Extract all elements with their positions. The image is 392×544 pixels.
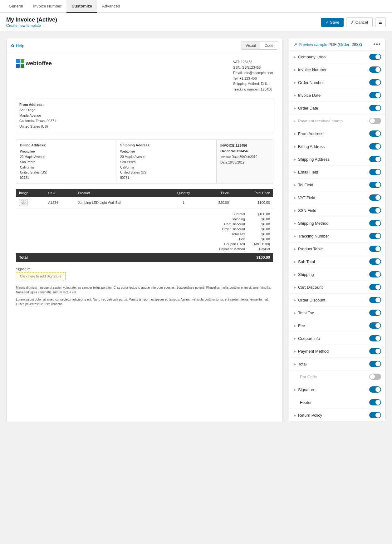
- settings-left-cart-discount: ▶ Cart Discount: [294, 285, 323, 290]
- settings-panel-inner: ↗ Preview sample PDF (Order: 2883) ••• ▶…: [289, 38, 386, 422]
- toggle-invoice-number[interactable]: [369, 66, 381, 73]
- expand-arrow-company-logo[interactable]: ▶: [294, 55, 296, 59]
- toggle-cart-discount[interactable]: [369, 284, 381, 290]
- toggle-from-address[interactable]: [369, 130, 381, 137]
- toggle-fee[interactable]: [369, 322, 381, 329]
- toggle-coupon-info[interactable]: [369, 335, 381, 341]
- col-quantity: Quantity: [166, 189, 201, 197]
- toggle-payment-method[interactable]: [369, 348, 381, 354]
- more-options-button[interactable]: •••: [373, 42, 381, 47]
- settings-label-from-address: From Address: [298, 131, 323, 136]
- cancel-button[interactable]: ✗ Cancel: [346, 17, 373, 27]
- expand-arrow-from-address[interactable]: ▶: [294, 132, 296, 135]
- settings-item-payment-method: ▶ Payment Method: [289, 345, 385, 358]
- visual-button[interactable]: Visual: [241, 42, 260, 49]
- logo-sq-blue2: [16, 64, 20, 68]
- toggle-total[interactable]: [369, 361, 381, 367]
- toggle-shipping[interactable]: [369, 271, 381, 277]
- settings-left-shipping-address: ▶ Shipping Address: [294, 157, 330, 162]
- col-image: Image: [16, 189, 45, 197]
- toggle-sub-total[interactable]: [369, 258, 381, 265]
- expand-arrow-invoice-number[interactable]: ▶: [294, 68, 296, 71]
- expand-arrow-email-field[interactable]: ▶: [294, 170, 296, 174]
- expand-arrow-ssn-field[interactable]: ▶: [294, 209, 296, 212]
- expand-arrow-total[interactable]: ▶: [294, 362, 296, 366]
- billing-state: California: [20, 165, 112, 170]
- toggle-company-logo[interactable]: [369, 54, 381, 60]
- from-address-label: From Address:: [19, 103, 44, 106]
- invoice-info-block: INVOICE:123456 Order No:123456 Invoice D…: [217, 140, 273, 184]
- settings-item-order-date: ▶ Order Date: [289, 102, 385, 115]
- settings-item-shipping-address: ▶ Shipping Address: [289, 153, 385, 166]
- expand-arrow-order-number[interactable]: ▶: [294, 81, 296, 84]
- toggle-invoice-date[interactable]: [369, 92, 381, 98]
- expand-arrow-cart-discount[interactable]: ▶: [294, 286, 296, 289]
- settings-left-tel-field: ▶ Tel Field: [294, 183, 313, 187]
- toggle-billing-address[interactable]: [369, 143, 381, 149]
- toggle-order-discount[interactable]: [369, 297, 381, 303]
- expand-arrow-order-discount[interactable]: ▶: [294, 298, 296, 302]
- toggle-bar-code[interactable]: [369, 374, 381, 380]
- toggle-ssn-field[interactable]: [369, 207, 381, 213]
- toggle-vat-field[interactable]: [369, 194, 381, 201]
- preview-pdf-link[interactable]: ↗ Preview sample PDF (Order: 2883): [294, 42, 362, 47]
- expand-arrow-shipping-address[interactable]: ▶: [294, 158, 296, 161]
- toggle-signature[interactable]: [369, 386, 381, 393]
- tab-general[interactable]: General: [4, 0, 28, 13]
- expand-arrow-sub-total[interactable]: ▶: [294, 260, 296, 263]
- expand-arrow-return-policy[interactable]: ▶: [294, 414, 296, 417]
- expand-arrow-total-tax[interactable]: ▶: [294, 311, 296, 315]
- toggle-tel-field[interactable]: [369, 182, 381, 188]
- create-template-link[interactable]: Create new template: [6, 23, 41, 28]
- expand-arrow-shipping-method[interactable]: ▶: [294, 222, 296, 225]
- settings-item-sub-total: ▶ Sub Total: [289, 255, 385, 268]
- expand-arrow-fee[interactable]: ▶: [294, 324, 296, 327]
- invoice-date-display: Invoice Date:30/Oct/2019: [220, 154, 269, 160]
- toggle-product-table[interactable]: [369, 246, 381, 252]
- code-button[interactable]: Code: [260, 42, 278, 49]
- tab-advanced[interactable]: Advanced: [97, 0, 125, 13]
- billing-zip: 90731: [20, 175, 112, 180]
- signature-button[interactable]: Click here to add Signature: [16, 272, 66, 280]
- settings-label-shipping-method: Shipping Method: [298, 221, 329, 226]
- signature-section: Signature Click here to add Signature: [16, 267, 273, 280]
- toggle-return-policy[interactable]: [369, 412, 381, 418]
- expand-arrow-billing-address[interactable]: ▶: [294, 145, 296, 148]
- expand-arrow-product-table[interactable]: ▶: [294, 247, 296, 251]
- toggle-order-number[interactable]: [369, 79, 381, 86]
- billing-city: San Pedro: [20, 159, 112, 165]
- toggle-footer[interactable]: [369, 399, 381, 405]
- expand-arrow-payment-method[interactable]: ▶: [294, 350, 296, 353]
- from-address-line4: United States (US): [19, 125, 48, 128]
- toggle-shipping-address[interactable]: [369, 156, 381, 162]
- settings-label-return-policy: Return Policy: [298, 413, 322, 418]
- toggle-payment-received-stamp[interactable]: [369, 118, 381, 124]
- expand-arrow-signature[interactable]: ▶: [294, 388, 296, 391]
- settings-left-invoice-date: ▶ Invoice Date: [294, 93, 321, 98]
- invoice-logo: webtoffee: [16, 59, 52, 68]
- save-button[interactable]: ✓ Save: [321, 18, 344, 27]
- settings-left-sub-total: ▶ Sub Total: [294, 259, 315, 264]
- tab-customize[interactable]: Customize: [66, 0, 97, 13]
- expand-arrow-invoice-date[interactable]: ▶: [294, 94, 296, 97]
- settings-item-company-logo: ▶ Company Logo: [289, 51, 385, 63]
- menu-button[interactable]: ☰: [375, 17, 386, 27]
- footer-p1: Mauris dignissim neque ut sapien vulputa…: [16, 285, 273, 295]
- tab-invoice-number[interactable]: Invoice Number: [28, 0, 66, 13]
- toggle-total-tax[interactable]: [369, 310, 381, 316]
- help-button[interactable]: ✿ Help: [11, 43, 24, 48]
- invoice-order-no: Order No:123456: [220, 149, 248, 153]
- expand-arrow-order-date[interactable]: ▶: [294, 106, 296, 110]
- expand-arrow-tel-field[interactable]: ▶: [294, 183, 296, 187]
- settings-left-payment-received-stamp: ▶ Payment received stamp: [294, 119, 343, 123]
- totals-table: Subtotal$100.00Shipping$0.00Cart Discoun…: [132, 212, 273, 252]
- toggle-email-field[interactable]: [369, 169, 381, 175]
- expand-arrow-coupon-info[interactable]: ▶: [294, 337, 296, 340]
- toggle-shipping-method[interactable]: [369, 220, 381, 226]
- toggle-order-date[interactable]: [369, 105, 381, 111]
- expand-arrow-tracking-number[interactable]: ▶: [294, 234, 296, 238]
- expand-arrow-shipping[interactable]: ▶: [294, 273, 296, 276]
- expand-arrow-vat-field[interactable]: ▶: [294, 196, 296, 199]
- settings-item-order-number: ▶ Order Number: [289, 76, 385, 89]
- toggle-tracking-number[interactable]: [369, 233, 381, 239]
